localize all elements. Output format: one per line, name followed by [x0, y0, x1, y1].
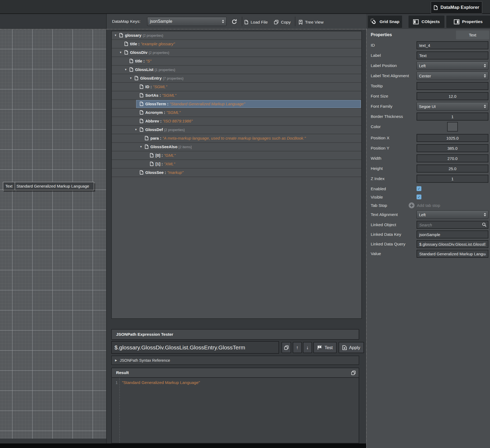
plus-circle-icon: [408, 202, 415, 209]
expression-down-button[interactable]: ↓: [303, 342, 312, 353]
tree-row-glossterm[interactable]: GlossTerm : "Standard Generalized Markup…: [112, 100, 361, 109]
linked-object-search-input[interactable]: [417, 221, 488, 229]
node-key: GlossSee: [145, 170, 164, 175]
prop-row-border-thickness: Border Thickness: [367, 112, 490, 121]
expander-right-icon: ▶: [115, 359, 117, 362]
font-size-input[interactable]: [417, 92, 488, 100]
node-key: [1]: [155, 162, 160, 166]
tooltip-input[interactable]: [417, 82, 488, 90]
jsonpath-syntax-reference-toggle[interactable]: ▶ JSONPath Syntax Reference: [111, 356, 359, 365]
expander-down-icon[interactable]: ▼: [129, 74, 132, 82]
datamap-explorer-button[interactable]: DataMap Explorer: [431, 1, 482, 14]
prop-label-border-thickness: Border Thickness: [371, 112, 403, 121]
expander-down-icon[interactable]: ▼: [140, 143, 142, 151]
prop-label-font-family: Font Family: [371, 102, 392, 111]
expander-down-icon[interactable]: ▼: [124, 66, 127, 74]
width-input[interactable]: [417, 154, 488, 162]
test-label: Test: [325, 345, 333, 350]
tree-row-sortas[interactable]: SortAs : "SGML": [112, 91, 361, 100]
tree-row-acronym[interactable]: Acronym : "SGML": [112, 109, 361, 117]
node-value: "Standard Generalized Markup Language": [170, 102, 245, 106]
expander-down-icon[interactable]: ▼: [135, 126, 137, 134]
node-annotation: {2 properties}: [164, 128, 185, 132]
tree-row-glossdef[interactable]: ▼GlossDef {2 properties}: [112, 126, 361, 134]
expander-down-icon[interactable]: ▼: [119, 48, 122, 57]
test-button[interactable]: Test: [313, 342, 337, 353]
test-flag-icon: [317, 345, 322, 350]
cobjects-toggle-button[interactable]: CObjects: [409, 16, 444, 28]
result-copy-button[interactable]: [351, 371, 356, 375]
tree-row-para[interactable]: para : "A meta-markup language, used to …: [112, 134, 361, 143]
position-y-input[interactable]: [417, 144, 488, 152]
design-canvas[interactable]: [0, 29, 106, 439]
dropdown-spinner-icon: [484, 213, 486, 216]
text-alignment-value: Left: [419, 212, 426, 217]
linked-data-key-input[interactable]: [417, 230, 488, 238]
tree-row-glossseealso[interactable]: ▼GlossSeeAlso [2 items]: [112, 143, 361, 151]
prop-row-position-y: Position Y: [367, 144, 490, 153]
node-document-icon: [140, 102, 143, 106]
apply-button[interactable]: Apply: [339, 342, 364, 353]
z-index-input[interactable]: [417, 175, 488, 183]
refresh-button[interactable]: [229, 17, 239, 26]
copy-label: Copy: [281, 20, 291, 25]
tree-row-glosslist[interactable]: ▼GlossList {1 properties}: [112, 66, 361, 74]
label-position-select[interactable]: Left: [417, 61, 488, 70]
node-document-icon: [140, 119, 143, 123]
properties-toggle-button[interactable]: Properties: [446, 16, 490, 28]
copy-button[interactable]: Copy: [274, 18, 291, 27]
properties-toggle-label: Properties: [462, 19, 483, 24]
expander-down-icon[interactable]: ▼: [114, 31, 117, 39]
magnet-icon: [370, 18, 377, 25]
text-alignment-select[interactable]: Left: [417, 210, 488, 219]
selection-dotted-line-horizontal: [0, 29, 366, 29]
tree-row-title[interactable]: title : "example glossary": [112, 40, 361, 48]
font-family-select[interactable]: Segoe UI: [417, 102, 488, 111]
id-input[interactable]: [417, 41, 488, 49]
enabled-checkbox[interactable]: ✓: [417, 186, 421, 191]
load-file-button[interactable]: Load File: [244, 18, 268, 27]
prop-label-linked-data-query: Linked Data Query: [371, 240, 405, 249]
node-document-icon: [140, 93, 143, 98]
prop-row-label-position: Label PositionLeft: [367, 61, 490, 70]
border-thickness-input[interactable]: [417, 113, 488, 121]
node-key: ID: [145, 84, 149, 89]
result-output-area: 1 "Standard Generalized Markup Language": [111, 378, 359, 443]
grid-snap-toggle-button[interactable]: Grid Snap: [368, 16, 402, 28]
tree-row-abbrev[interactable]: Abbrev : "ISO 8879:1986": [112, 117, 361, 126]
tree-view-button[interactable]: Tree View: [299, 18, 324, 27]
tree-row-1[interactable]: [1] : "XML": [112, 160, 361, 169]
checkmark-icon: ✓: [417, 195, 421, 199]
add-tab-stop-button[interactable]: Add tab stop: [408, 202, 440, 209]
expression-copy-button[interactable]: [281, 342, 291, 353]
label-text-alignment-select[interactable]: Center: [417, 72, 488, 80]
node-document-icon: [129, 59, 133, 63]
height-input[interactable]: [417, 165, 488, 173]
tree-row-glossary[interactable]: ▼glossary {2 properties}: [112, 31, 361, 40]
linked-data-query-input[interactable]: [417, 240, 488, 248]
visible-checkbox[interactable]: ✓: [417, 195, 421, 199]
tree-row-0[interactable]: [0] : "GML": [112, 151, 361, 160]
bookmark-star-icon: [299, 20, 303, 25]
tree-row-id[interactable]: ID : "SGML": [112, 83, 361, 91]
jsonpath-expression-input[interactable]: [111, 341, 279, 354]
canvas-text-element[interactable]: Text Standard Generalized Markup Languag…: [3, 182, 94, 190]
text-element-value[interactable]: Standard Generalized Markup Language: [15, 182, 94, 190]
value-input[interactable]: [417, 250, 488, 258]
label-input[interactable]: [417, 51, 488, 59]
expression-up-button[interactable]: ↑: [293, 342, 302, 353]
toolbar-separator: [295, 17, 295, 26]
node-key: title: [130, 42, 137, 46]
datamap-explorer-label: DataMap Explorer: [440, 5, 479, 10]
color-swatch[interactable]: [447, 122, 458, 132]
prop-label-enabled: Enabled: [371, 184, 386, 193]
jsonpath-tester-header: JSONPath Expression Tester: [111, 329, 359, 340]
tree-row-glosssee[interactable]: GlossSee : "markup": [112, 169, 361, 177]
tree-row-glossentry[interactable]: ▼GlossEntry {7 properties}: [112, 74, 361, 83]
node-value: "A meta-markup language, used to create …: [162, 136, 306, 140]
datamap-keys-dropdown[interactable]: jsonSample: [147, 17, 227, 26]
tree-row-title[interactable]: title : "S": [112, 57, 361, 66]
node-document-icon: [124, 50, 128, 55]
position-x-input[interactable]: [417, 134, 488, 142]
tree-row-glossdiv[interactable]: ▼GlossDiv {2 properties}: [112, 48, 361, 57]
